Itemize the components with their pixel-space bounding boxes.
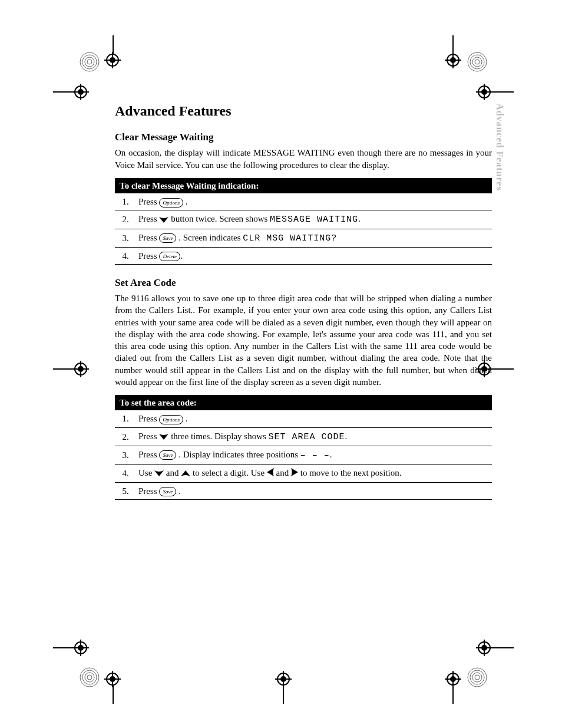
step-text: Press Options . [136, 193, 492, 210]
svg-point-17 [470, 55, 484, 69]
crop-bar [492, 91, 514, 93]
reg-ornament-icon [467, 52, 487, 72]
step-num: 3. [115, 446, 136, 464]
reg-ornament-icon [80, 667, 100, 687]
step-text: Press button twice. Screen shows MESSAGE… [136, 210, 492, 229]
step-text: Use and to select a digit. Use and to mo… [136, 465, 492, 483]
step-row: 3. Press Save . Screen indicates CLR MSG… [115, 229, 492, 247]
up-arrow-icon [181, 467, 190, 479]
svg-point-57 [470, 670, 484, 684]
crop-bar [492, 647, 514, 648]
svg-point-36 [80, 668, 99, 687]
delete-key-icon: Delete [159, 252, 180, 261]
crop-bar [53, 647, 74, 648]
step-num: 4. [115, 247, 136, 264]
thumb-index: Advanced Features [493, 103, 506, 191]
step-row: 2. Press button twice. Screen shows MESS… [115, 210, 492, 229]
svg-point-3 [87, 60, 92, 64]
svg-point-56 [468, 668, 487, 687]
save-key-icon: Save [159, 487, 176, 496]
reg-ornament-icon [467, 667, 487, 687]
right-arrow-icon [291, 467, 298, 479]
reg-cross-icon [445, 52, 461, 68]
step-row: 1. Press Options . [115, 193, 492, 210]
down-arrow-icon [159, 431, 168, 443]
step-num: 4. [115, 465, 136, 483]
lcd-text: SET AREA CODE [269, 432, 345, 442]
para-set-area-code: The 9116 allows you to save one up to th… [115, 292, 492, 388]
lcd-text: – – – [300, 450, 330, 460]
step-row: 5. Press Save . [115, 482, 492, 499]
down-arrow-icon [159, 214, 168, 226]
left-arrow-icon [267, 467, 274, 479]
step-text: Press Save . [136, 482, 492, 499]
heading-set-area-code: Set Area Code [115, 276, 492, 290]
crop-bar [283, 685, 284, 704]
reg-cross-icon [476, 640, 492, 656]
svg-point-59 [475, 675, 480, 680]
step-num: 5. [115, 482, 136, 499]
svg-point-39 [87, 675, 92, 680]
crop-bar [452, 35, 454, 54]
step-text: Press Delete. [136, 247, 492, 264]
step-num: 1. [115, 410, 136, 427]
steps-set-area-code: 1. Press Options . 2. Press three times.… [115, 410, 492, 500]
lcd-text: CLR MSG WAITING? [243, 233, 337, 243]
reg-cross-icon [104, 52, 121, 68]
save-key-icon: Save [159, 233, 176, 243]
para-clear-message: On occasion, the display will indicate M… [115, 147, 492, 171]
step-num: 2. [115, 427, 136, 446]
step-num: 1. [115, 193, 136, 210]
svg-point-2 [85, 57, 94, 67]
crop-bar [113, 685, 114, 704]
page-title: Advanced Features [115, 101, 492, 120]
crop-bar [113, 35, 114, 54]
svg-point-38 [85, 673, 94, 682]
step-text: Press three times. Display shows SET ARE… [136, 427, 492, 446]
step-num: 2. [115, 210, 136, 229]
step-row: 4. Press Delete. [115, 247, 492, 264]
svg-point-1 [82, 55, 97, 69]
reg-ornament-icon [80, 52, 100, 72]
step-row: 2. Press three times. Display shows SET … [115, 427, 492, 446]
crop-bar [53, 91, 74, 93]
banner-clear-message: To clear Message Waiting indication: [115, 178, 492, 193]
reg-cross-icon [72, 640, 89, 656]
step-row: 3. Press Save . Display indicates three … [115, 446, 492, 464]
svg-point-19 [475, 60, 480, 64]
steps-clear-message: 1. Press Options . 2. Press button twice… [115, 193, 492, 265]
svg-point-0 [80, 52, 99, 71]
crop-bar [492, 368, 514, 370]
step-text: Press Save . Screen indicates CLR MSG WA… [136, 229, 492, 247]
down-arrow-icon [154, 467, 164, 479]
lcd-text: MESSAGE WAITING [270, 215, 358, 225]
step-row: 4. Use and to select a digit. Use and to… [115, 465, 492, 483]
step-text: Press Save . Display indicates three pos… [136, 446, 492, 464]
options-key-icon: Options [159, 415, 183, 424]
save-key-icon: Save [159, 450, 176, 460]
reg-cross-icon [72, 361, 89, 377]
crop-bar [452, 685, 454, 704]
content-area: Advanced Features Clear Message Waiting … [115, 101, 492, 500]
step-num: 3. [115, 229, 136, 247]
crop-bar [53, 368, 74, 370]
svg-point-58 [472, 673, 482, 682]
step-text: Press Options . [136, 410, 492, 427]
heading-clear-message: Clear Message Waiting [115, 131, 492, 144]
step-row: 1. Press Options . [115, 410, 492, 427]
svg-point-18 [472, 57, 482, 67]
options-key-icon: Options [159, 198, 183, 207]
page: Advanced Features Advanced Features Clea… [0, 0, 562, 728]
svg-point-37 [82, 670, 97, 684]
banner-set-area-code: To set the area code: [115, 395, 492, 410]
svg-point-16 [468, 52, 487, 71]
reg-cross-icon [476, 84, 492, 100]
reg-cross-icon [72, 84, 89, 100]
